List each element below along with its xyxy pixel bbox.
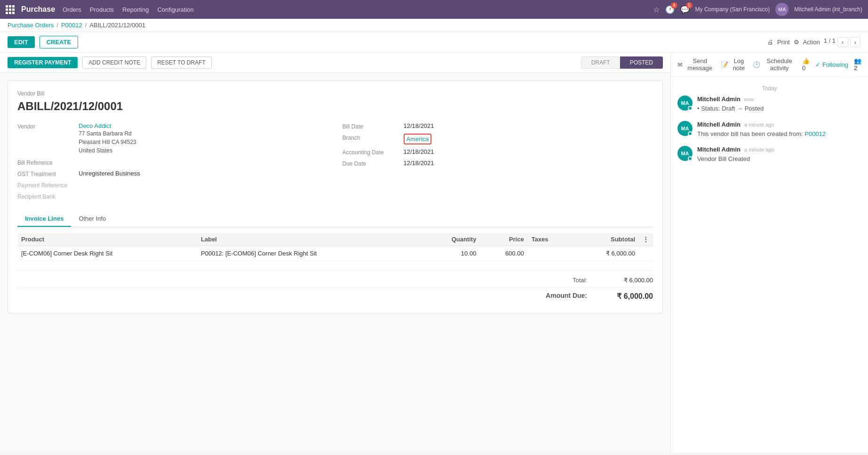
nav-configuration[interactable]: Configuration	[157, 6, 193, 13]
amount-due-label: Amount Due:	[546, 292, 587, 301]
branch-highlight[interactable]: America	[404, 134, 432, 144]
gst-treatment-label: GST Treatment	[17, 170, 79, 177]
accounting-date-value[interactable]: 12/18/2021	[404, 148, 653, 155]
status-change-prefix: • Status:	[697, 105, 722, 112]
recipient-bank-label: Recipient Bank	[17, 192, 79, 200]
following-label: Following	[822, 61, 848, 68]
msg-content-3: Mitchell Admin a minute ago Vendor Bill …	[697, 146, 861, 164]
following-button[interactable]: ✓ Following	[815, 61, 848, 68]
p00012-link[interactable]: P00012	[804, 130, 826, 137]
schedule-label: Schedule activity	[762, 57, 796, 72]
prev-button[interactable]: ‹	[837, 37, 848, 47]
col-taxes: Taxes	[528, 233, 572, 246]
followers-count: 👥 2	[854, 57, 861, 72]
msg-author-1: Mitchell Admin	[697, 96, 741, 103]
next-button[interactable]: ›	[850, 37, 860, 47]
add-credit-note-button[interactable]: ADD CREDIT NOTE	[82, 56, 146, 69]
action-link[interactable]: Action	[803, 39, 820, 46]
branch-link[interactable]: America	[406, 136, 429, 143]
app-logo[interactable]: Purchase	[6, 5, 55, 14]
right-panel: ✉ Send message 📝 Log note 🕐 Schedule act…	[670, 53, 868, 453]
recipient-bank-field: Recipient Bank	[17, 192, 328, 200]
chatter-message-1: MA Mitchell Admin now • Status: Draft → …	[677, 96, 861, 113]
log-note-label: Log note	[730, 57, 747, 72]
bill-reference-label: Bill Reference	[17, 159, 79, 166]
accounting-date-label: Accounting Date	[342, 148, 404, 156]
check-icon: ✓	[815, 61, 820, 68]
cell-label: P00012: [E-COM06] Corner Desk Right Sit	[197, 246, 422, 261]
branch-value[interactable]: America	[404, 134, 653, 144]
msg-time-3: a minute ago	[744, 147, 774, 152]
breadcrumb-p00012[interactable]: P00012	[61, 22, 82, 29]
nav-orders[interactable]: Orders	[63, 6, 81, 13]
col-options: ⋮	[639, 233, 653, 246]
tab-other-info[interactable]: Other Info	[71, 211, 113, 227]
status-to: Posted	[745, 105, 764, 112]
tab-invoice-lines[interactable]: Invoice Lines	[17, 211, 71, 227]
due-date-value[interactable]: 12/18/2021	[404, 160, 653, 167]
msg-time-1: now	[744, 96, 754, 102]
bill-date-value[interactable]: 12/18/2021	[404, 122, 653, 129]
create-button[interactable]: CREATE	[40, 36, 78, 48]
schedule-activity-button[interactable]: 🕐 Schedule activity	[753, 57, 796, 72]
send-message-button[interactable]: ✉ Send message	[677, 57, 715, 72]
breadcrumb: Purchase Orders / P00012 / ABILL/2021/12…	[0, 19, 868, 32]
accounting-date-field: Accounting Date 12/18/2021	[342, 148, 653, 156]
bill-date-label: Bill Date	[342, 122, 404, 130]
note-icon: 📝	[721, 61, 728, 68]
bill-reference-field: Bill Reference	[17, 159, 328, 166]
msg-header-1: Mitchell Admin now	[697, 96, 861, 103]
chat-icon[interactable]: 💬 5	[680, 5, 690, 14]
payment-reference-label: Payment Reference	[17, 181, 79, 189]
user-name: Mitchell Admin (int_branch)	[794, 6, 862, 13]
msg-author-3: Mitchell Admin	[697, 146, 741, 153]
edit-button[interactable]: EDIT	[8, 36, 35, 48]
total-row: Total: ₹ 6,000.00	[17, 277, 653, 284]
branch-field: Branch America	[342, 134, 653, 144]
msg-author-2: Mitchell Admin	[697, 121, 741, 128]
send-message-label: Send message	[685, 57, 715, 72]
nav-products[interactable]: Products	[90, 6, 114, 13]
register-payment-button[interactable]: REGISTER PAYMENT	[8, 57, 78, 68]
avatar-dot-2	[688, 131, 693, 136]
breadcrumb-sep1: /	[56, 22, 58, 29]
vendor-bill-label: Vendor Bill	[17, 90, 653, 97]
cell-options	[639, 246, 653, 261]
gst-treatment-value: Unregistered Business	[79, 170, 328, 177]
star-icon[interactable]: ☆	[653, 5, 660, 14]
app-name: Purchase	[21, 5, 55, 14]
vendor-link[interactable]: Deco Addict	[79, 122, 111, 129]
chatter-body: Today MA Mitchell Admin now • Status: Dr…	[671, 77, 868, 453]
chatter-message-3: MA Mitchell Admin a minute ago Vendor Bi…	[677, 146, 861, 164]
topbar: Purchase Orders Products Reporting Confi…	[0, 0, 868, 19]
col-quantity: Quantity	[422, 233, 480, 246]
clock-icon[interactable]: 🕐 4	[665, 5, 675, 14]
col-label: Label	[197, 233, 422, 246]
msg-text-prefix-2: This vendor bill has been created from:	[697, 130, 804, 137]
status-posted[interactable]: POSTED	[620, 56, 663, 69]
chatter-actions: ✉ Send message 📝 Log note 🕐 Schedule act…	[671, 53, 868, 77]
avatar[interactable]: MA	[775, 3, 788, 16]
msg-body-2: This vendor bill has been created from: …	[697, 129, 861, 139]
people-icon: 👥	[854, 57, 861, 64]
cell-taxes	[528, 246, 572, 261]
print-link[interactable]: Print	[777, 39, 790, 46]
bill-date-field: Bill Date 12/18/2021	[342, 122, 653, 130]
invoice-table: Product Label Quantity Price Taxes Subto…	[17, 233, 653, 261]
msg-time-2: a minute ago	[744, 122, 774, 128]
msg-header-2: Mitchell Admin a minute ago	[697, 121, 861, 128]
status-draft[interactable]: DRAFT	[581, 56, 620, 69]
followers-number: 2	[854, 64, 857, 72]
breadcrumb-purchase-orders[interactable]: Purchase Orders	[8, 22, 54, 29]
nav-reporting[interactable]: Reporting	[122, 6, 149, 13]
clock-badge: 4	[671, 2, 677, 8]
bill-number: ABILL/2021/12/0001	[17, 100, 653, 113]
cell-product: [E-COM06] Corner Desk Right Sit	[17, 246, 197, 261]
main-layout: REGISTER PAYMENT ADD CREDIT NOTE RESET T…	[0, 53, 868, 453]
reset-to-draft-button[interactable]: RESET TO DRAFT	[151, 56, 212, 69]
zero-badge: 👍 0	[802, 57, 810, 72]
log-note-button[interactable]: 📝 Log note	[721, 57, 747, 72]
col-product: Product	[17, 233, 197, 246]
col-subtotal: Subtotal	[572, 233, 639, 246]
company-name: My Company (San Francisco)	[695, 6, 770, 13]
